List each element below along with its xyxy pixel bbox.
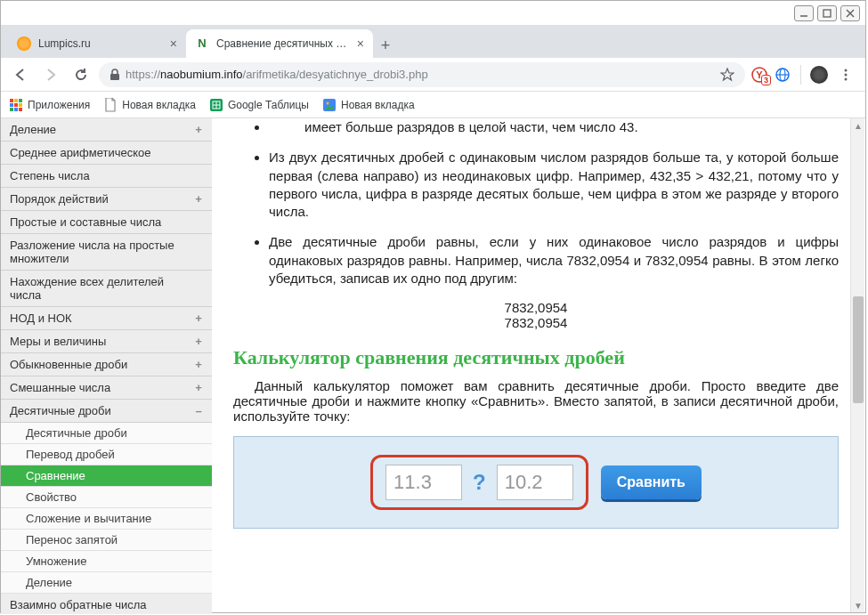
scrollbar-vertical[interactable]: ▲ ▼ xyxy=(850,118,864,612)
sidebar-item[interactable]: Взаимно обратные числа xyxy=(1,594,212,614)
sidebar-item[interactable]: Нахождение всех делителей числа xyxy=(1,271,212,307)
sidebar-item-label: Среднее арифметическое xyxy=(10,146,151,159)
sidebar-item-label: Меры и величины xyxy=(10,335,106,348)
nav-reload-button[interactable] xyxy=(69,62,93,87)
sidebar-sub-item-active[interactable]: Сравнение xyxy=(1,465,212,487)
bookmark-item[interactable]: Новая вкладка xyxy=(323,99,415,111)
nav-forward-button[interactable] xyxy=(38,62,63,87)
scroll-thumb[interactable] xyxy=(853,296,864,403)
favicon-icon: N xyxy=(195,36,209,51)
bookmark-label: Новая вкладка xyxy=(122,99,196,111)
expand-icon[interactable]: + xyxy=(192,192,205,206)
yandex-extension-icon[interactable]: Y 3 xyxy=(750,66,768,84)
svg-rect-15 xyxy=(19,99,22,102)
sidebar-item[interactable]: Смешанные числа+ xyxy=(1,376,212,400)
expand-icon[interactable]: + xyxy=(192,381,205,394)
article-bullet: Из двух десятичных дробей с одинаковым ч… xyxy=(269,149,839,221)
sidebar-nav[interactable]: Деление+ Среднее арифметическое Степень … xyxy=(1,118,212,614)
globe-extension-icon[interactable] xyxy=(774,66,791,84)
sidebar-sub-label: Сравнение xyxy=(26,469,85,482)
expand-icon[interactable]: + xyxy=(192,312,205,325)
article-bullet: Две десятичные дроби равны, если у них о… xyxy=(269,233,839,287)
sidebar-sub-item[interactable]: Перевод дробей xyxy=(1,444,212,465)
svg-rect-4 xyxy=(110,74,119,80)
sidebar-item-label: Смешанные числа xyxy=(10,381,110,394)
bookmark-item[interactable]: Новая вкладка xyxy=(104,98,196,112)
sidebar-sub-label: Десятичные дроби xyxy=(26,426,127,440)
article-bullet: имеет больше разрядов в целой части, чем… xyxy=(269,118,839,136)
sidebar-item[interactable]: Меры и величины+ xyxy=(1,330,212,353)
tab-close-icon[interactable]: × xyxy=(357,36,364,51)
browser-tab-active[interactable]: N Сравнение десятичных дробей × xyxy=(186,29,373,58)
decimal-input-1[interactable] xyxy=(385,465,462,500)
compare-button[interactable]: Сравнить xyxy=(601,465,702,499)
sidebar-sub-label: Перенос запятой xyxy=(26,533,118,546)
sidebar-item[interactable]: Степень числа xyxy=(1,165,212,188)
sidebar-item[interactable]: Разложение числа на простые множители xyxy=(1,234,212,271)
sidebar-sub-item[interactable]: Перенос запятой xyxy=(1,530,212,551)
sidebar-item-label: Простые и составные числа xyxy=(10,215,161,229)
sidebar-item-label: Десятичные дроби xyxy=(10,404,111,417)
expand-icon[interactable]: + xyxy=(192,123,205,136)
tab-close-icon[interactable]: × xyxy=(170,36,177,51)
apps-icon xyxy=(10,99,22,111)
sidebar-sub-label: Умножение xyxy=(26,554,86,568)
main-content[interactable]: имеет больше разрядов в целой части, чем… xyxy=(212,118,865,614)
window-maximize-button[interactable] xyxy=(817,5,837,21)
sidebar-sub-item[interactable]: Десятичные дроби xyxy=(1,423,212,444)
scroll-up-icon[interactable]: ▲ xyxy=(851,118,865,133)
lock-icon xyxy=(110,69,120,81)
browser-tab-lumpics[interactable]: Lumpics.ru × xyxy=(8,29,186,58)
sidebar-sub-item[interactable]: Умножение xyxy=(1,551,212,572)
sidebar-item-label: НОД и НОК xyxy=(10,312,72,325)
bookmark-item[interactable]: Google Таблицы xyxy=(210,99,309,111)
sidebar-item-label: Деление xyxy=(10,123,56,136)
new-tab-button[interactable]: + xyxy=(373,33,398,58)
sidebar-sub-label: Сложение и вычитание xyxy=(26,512,151,525)
bookmark-label: Новая вкладка xyxy=(341,99,415,111)
sidebar-item[interactable]: Среднее арифметическое xyxy=(1,142,212,165)
sheets-icon xyxy=(210,99,223,111)
tab-label: Сравнение десятичных дробей xyxy=(216,37,350,50)
svg-rect-14 xyxy=(14,99,18,102)
window-titlebar xyxy=(1,1,865,26)
sidebar-item-label: Разложение числа на простые множители xyxy=(10,239,195,265)
sidebar-sub-item[interactable]: Деление xyxy=(1,572,212,594)
sidebar-item[interactable]: Деление+ xyxy=(1,118,212,142)
badge-count: 3 xyxy=(761,75,771,85)
svg-rect-20 xyxy=(14,108,18,111)
compare-result-icon: ? xyxy=(473,470,486,495)
sidebar-item-label: Степень числа xyxy=(10,169,90,182)
apps-button[interactable]: Приложения xyxy=(10,99,90,111)
scroll-down-icon[interactable]: ▼ xyxy=(851,598,865,612)
sidebar-item[interactable]: Простые и составные числа xyxy=(1,211,212,234)
window-close-button[interactable] xyxy=(840,5,860,21)
example-numbers: 7832,0954 7832,0954 xyxy=(233,300,839,330)
svg-rect-18 xyxy=(19,103,22,107)
expand-icon[interactable]: + xyxy=(192,335,205,348)
collapse-icon[interactable]: – xyxy=(192,404,205,417)
sidebar-sub-item[interactable]: Сложение и вычитание xyxy=(1,508,212,530)
profile-avatar[interactable] xyxy=(810,66,828,84)
decimal-input-2[interactable] xyxy=(497,465,573,500)
window-minimize-button[interactable] xyxy=(794,5,814,21)
bookmark-label: Приложения xyxy=(28,99,90,111)
calculator-panel: ? Сравнить xyxy=(233,436,839,529)
nav-back-button[interactable] xyxy=(8,62,33,87)
sidebar-item-label: Взаимно обратные числа xyxy=(10,598,147,611)
sidebar-item[interactable]: Обыкновенные дроби+ xyxy=(1,353,212,376)
address-bar[interactable]: https://naobumium.info/arifmetika/desyat… xyxy=(99,62,745,87)
input-highlight: ? xyxy=(370,455,588,510)
svg-rect-19 xyxy=(10,108,13,111)
bookmark-star-icon[interactable] xyxy=(720,68,734,82)
calculator-intro: Данный калькулятор поможет вам сравнить … xyxy=(233,378,839,424)
sidebar-item[interactable]: НОД и НОК+ xyxy=(1,307,212,330)
sidebar-item[interactable]: Порядок действий+ xyxy=(1,188,212,211)
expand-icon[interactable]: + xyxy=(192,358,205,371)
svg-point-10 xyxy=(845,69,848,71)
sidebar-item-decimal[interactable]: Десятичные дроби– xyxy=(1,400,212,423)
url-text: https://naobumium.info/arifmetika/desyat… xyxy=(126,68,428,81)
sidebar-sub-label: Деление xyxy=(26,576,72,589)
sidebar-sub-item[interactable]: Свойство xyxy=(1,487,212,508)
browser-menu-button[interactable] xyxy=(833,62,858,87)
